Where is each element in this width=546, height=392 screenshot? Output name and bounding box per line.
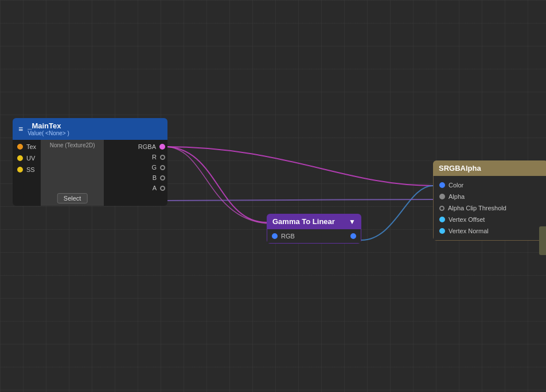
port-item-alpha: Alpha: [434, 191, 546, 202]
port-label-uv: UV: [26, 155, 35, 162]
port-dot-tex[interactable]: [17, 144, 23, 150]
node-select-button[interactable]: Select: [57, 193, 88, 203]
port-item-vertex-offset: Vertex Offset: [434, 214, 546, 225]
node-maintex-title: _MainTex: [28, 121, 69, 130]
port-dot-color[interactable]: [439, 182, 445, 188]
port-row-rgba: RGBA: [138, 143, 165, 150]
port-row-r: R: [152, 154, 165, 160]
node-srgbalpha-header[interactable]: SRGBAlpha: [433, 160, 546, 176]
node-gamma-header[interactable]: Gamma To Linear ▼: [267, 214, 361, 229]
nodes-container: ≡ _MainTex Value( <None> ) Tex UV SS: [0, 0, 546, 392]
port-dot-r[interactable]: [160, 155, 165, 160]
node-gamma-body: RGB: [267, 229, 361, 244]
port-label-vertex-offset: Vertex Offset: [448, 216, 485, 223]
port-dot-b[interactable]: [160, 175, 165, 181]
port-dot-a[interactable]: [160, 186, 165, 191]
port-row-tex: Tex: [17, 143, 36, 150]
node-maintex-header[interactable]: ≡ _MainTex Value( <None> ): [13, 118, 167, 140]
port-item-color: Color: [434, 179, 546, 191]
port-dot-rgba[interactable]: [159, 144, 165, 150]
port-row-rgb-in: RGB: [272, 233, 295, 240]
port-row-uv: UV: [17, 155, 36, 162]
node-maintex-subtitle: Value( <None> ): [28, 130, 69, 136]
node-srgbalpha-body: Color Alpha Alpha Clip Threshold Vertex …: [433, 176, 546, 241]
node-maintex-title-area: _MainTex Value( <None> ): [28, 121, 69, 136]
port-label-alpha: Alpha: [448, 193, 465, 200]
port-dot-vertex-offset[interactable]: [439, 217, 445, 222]
port-dot-alpha[interactable]: [439, 194, 445, 199]
port-item-vertex-normal: Vertex Normal: [434, 225, 546, 237]
port-row-g: G: [151, 164, 165, 171]
port-item-alpha-clip: Alpha Clip Threshold: [434, 202, 546, 214]
node-maintex-ports-right: RGBA R G B A: [104, 140, 167, 206]
port-row-a: A: [153, 185, 165, 191]
port-label-rgb-in: RGB: [281, 233, 295, 240]
port-dot-uv[interactable]: [17, 155, 23, 161]
port-label-rgba: RGBA: [138, 143, 156, 150]
node-maintex-ports-left: Tex UV SS: [13, 140, 41, 206]
port-label-g: G: [151, 164, 157, 171]
node-partial-right: [539, 226, 546, 255]
node-gamma-title: Gamma To Linear: [272, 217, 335, 226]
port-label-alpha-clip: Alpha Clip Threshold: [448, 205, 506, 211]
node-maintex-body: Tex UV SS None (Texture2D) Select: [13, 140, 167, 206]
port-label-r: R: [152, 154, 157, 160]
node-maintex[interactable]: ≡ _MainTex Value( <None> ) Tex UV SS: [13, 118, 167, 206]
port-label-a: A: [153, 185, 157, 191]
node-srgbalpha-title: SRGBAlpha: [439, 164, 481, 173]
node-srgbalpha[interactable]: SRGBAlpha Color Alpha Alpha Clip Thresho…: [433, 160, 546, 241]
port-dot-alpha-clip[interactable]: [439, 206, 444, 211]
dropdown-arrow-icon[interactable]: ▼: [349, 218, 356, 226]
port-label-tex: Tex: [26, 143, 36, 150]
node-maintex-preview: None (Texture2D) Select: [41, 140, 104, 206]
menu-icon: ≡: [18, 124, 23, 134]
port-label-b: B: [153, 174, 157, 181]
port-label-ss: SS: [26, 166, 35, 173]
port-label-color: Color: [448, 182, 463, 189]
port-dot-rgb-in[interactable]: [272, 233, 278, 239]
port-dot-rgb-out[interactable]: [350, 233, 356, 239]
port-row-b: B: [153, 174, 165, 181]
node-preview-label: None (Texture2D): [50, 142, 95, 148]
port-dot-g[interactable]: [160, 165, 165, 170]
port-dot-vertex-normal[interactable]: [439, 228, 445, 234]
port-row-ss: SS: [17, 166, 36, 173]
port-label-vertex-normal: Vertex Normal: [448, 228, 489, 234]
port-dot-ss[interactable]: [17, 167, 23, 173]
node-gamma[interactable]: Gamma To Linear ▼ RGB: [267, 214, 361, 244]
